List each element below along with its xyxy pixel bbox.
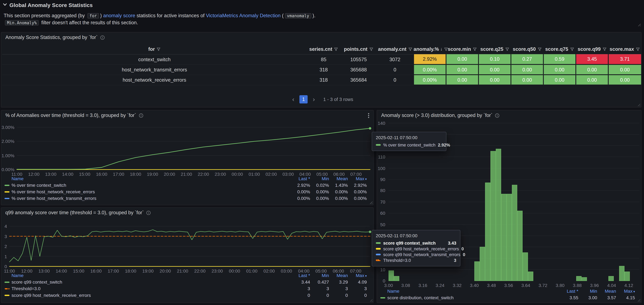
filter-icon[interactable] [444,47,448,51]
table-cell: 0.00 [544,75,576,85]
y-axis-label: 140 [377,121,385,126]
table-cell: 0.00 [478,75,511,85]
sort-chevron-icon: ▾ [365,274,367,278]
legend-name-header[interactable]: Name [4,273,288,278]
text-segment: filter doesn't affect the results of thi… [40,20,138,25]
info-icon[interactable] [495,113,500,118]
column-header-points-cnt[interactable]: points.cnt [340,44,377,54]
column-label: score.max [610,46,634,52]
legend-series-label[interactable]: % over time host_network_transmit_errors [12,196,96,201]
filter-icon[interactable] [473,47,477,51]
victoriametrics-anomaly-detection-link[interactable]: VictoriaMetrics Anomaly Detection [206,13,280,18]
table-cell: host_network_receive_errors [2,75,307,85]
pagination: ‹ 1 › 1 - 3 of 3 rows [1,95,641,103]
legend-series-label[interactable]: % over time host_network_receive_errors [12,189,95,194]
column-header-anomaly-cnt[interactable]: anomaly.cnt [376,44,414,54]
legend-column-header[interactable]: Min [578,289,597,294]
panel-title: Anomaly Score Statistics, grouped by `fo… [5,34,98,40]
column-header-score-q75[interactable]: score.q75 [544,44,576,54]
text-segment: statistics for active instances of [135,13,206,18]
panel-header[interactable]: % of Anomalies over time (threshold = 3.… [1,110,373,120]
column-header-score-q50[interactable]: score.q50 [511,44,544,54]
table-row: host_network_receive_errors31836568400.0… [2,75,641,85]
column-header-score-q99[interactable]: score.q99 [576,44,608,54]
table-cell: 0.00% [414,64,446,75]
legend-name-header[interactable]: Name [4,176,288,181]
inline-code: for [87,13,99,18]
x-axis-label: 3.64 [520,283,532,288]
legend-series-label[interactable]: score q99 host_network_receive_errors [12,293,91,298]
filter-icon[interactable] [602,47,606,51]
y-axis-label: 3 [1,234,7,239]
table-cell: 0.10 [478,54,511,64]
legend-series: % over time host_network_transmit_errors [4,196,288,201]
filter-icon[interactable] [570,47,574,51]
table-row: host_network_transmit_errors31836568800.… [2,64,641,75]
filter-icon[interactable] [538,47,542,51]
info-icon[interactable] [139,113,143,118]
info-icon[interactable] [146,210,151,215]
legend-value: 0 [348,293,367,298]
legend-row: % over time host_network_receive_errors0… [4,188,367,195]
filter-icon[interactable] [334,47,338,51]
legend-value: 0.00% [348,196,367,201]
y-axis-label: 3.00% [1,125,14,130]
panel-header[interactable]: q99 anomaly score over time (threshold =… [1,208,373,218]
prev-page-button[interactable]: ‹ [289,95,297,103]
legend-column-header[interactable]: Last * [288,176,310,181]
filter-icon[interactable] [408,47,412,51]
column-label: score.min [448,46,471,52]
percent-anomalies-panel: % of Anomalies over time (threshold = 3.… [1,110,374,205]
column-header-score-min[interactable]: score.min [446,44,478,54]
legend-row: score q99 context_switch3.440.4273.294.0… [4,279,367,285]
column-label: score.q25 [480,46,504,52]
legend-series-label[interactable]: score distribution, context_switch [387,295,454,300]
column-header-anomaly-[interactable]: anomaly.%↓ [414,44,446,54]
description-panel: This section presents aggregated (by for… [1,11,642,27]
legend-series-label[interactable]: Threshold=3.0 [12,286,40,291]
legend-column-header[interactable]: Mean [329,273,348,278]
anomaly-score-link[interactable]: anomaly score [103,13,135,18]
current-page-button[interactable]: 1 [300,95,308,103]
column-header-series-cnt[interactable]: series.cnt [307,44,340,54]
x-axis-label: 4.04 [606,283,618,288]
legend-column-header[interactable]: Last * [288,273,310,278]
legend-row: % over time host_network_transmit_errors… [4,195,367,202]
sort-chevron-icon: ▾ [365,177,367,181]
y-axis-label: 2 [1,244,7,249]
legend-value: 2.92% [348,183,367,188]
percent-chart-legend: NameLast *MinMeanMax▾% over time context… [4,175,367,202]
filter-icon[interactable] [369,47,373,51]
next-page-button[interactable]: › [310,95,318,103]
legend-series-label[interactable]: score q99 context_switch [12,280,62,285]
column-header-for[interactable]: for [2,44,307,54]
filter-icon[interactable] [636,47,640,51]
legend-column-header[interactable]: Last * [556,289,578,294]
legend-series-label[interactable]: % over time context_switch [12,183,66,188]
info-icon[interactable] [100,35,104,40]
legend-column-header[interactable]: Mean [597,289,616,294]
section-header-row[interactable]: Global Anomaly Score Statistics [2,1,92,9]
legend-column-header[interactable]: Mean [329,176,348,181]
column-header-score-max[interactable]: score.max [608,44,641,54]
legend-name-header[interactable]: Name [380,289,556,294]
table-cell: 3.45 [576,54,608,64]
panel-menu-icon[interactable] [368,113,369,118]
column-header-score-q25[interactable]: score.q25 [478,44,511,54]
x-axis-label: 3.72 [537,283,549,288]
legend-header-row: NameLast *MinMeanMax▾ [4,175,367,182]
legend-column-header[interactable]: Max▾ [348,273,367,278]
filter-icon[interactable] [505,47,509,51]
legend-column-header[interactable]: Max▾ [616,289,635,294]
panel-header[interactable]: Anomaly Score Statistics, grouped by `fo… [1,32,641,42]
q99-chart-legend: NameLast *MinMeanMax▾score q99 context_s… [4,272,367,298]
legend-value: 3.29 [329,280,348,285]
panel-header[interactable]: Anomaly score (> 3.0) distribution, grou… [377,110,641,120]
filter-icon[interactable] [156,47,160,51]
legend-column-header[interactable]: Min [310,176,329,181]
stats-table: forseries.cntpoints.cntanomaly.cntanomal… [2,44,641,85]
legend-column-header[interactable]: Max▾ [348,176,367,181]
legend-column-header[interactable]: Min [310,273,329,278]
table-header-row: forseries.cntpoints.cntanomaly.cntanomal… [2,44,641,54]
series-color-marker [4,281,10,283]
